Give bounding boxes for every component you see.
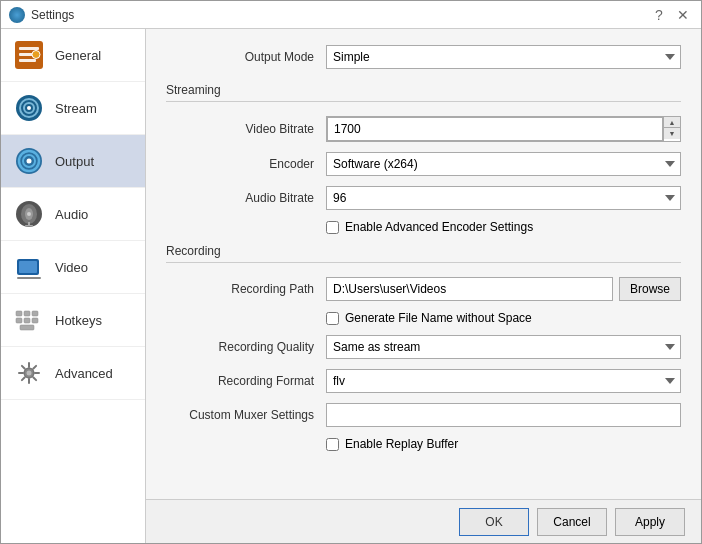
recording-format-row: Recording Format flv mp4 mov mkv ts m3u8	[166, 369, 681, 393]
sidebar-item-advanced[interactable]: Advanced	[1, 347, 145, 400]
titlebar: Settings ? ✕	[1, 1, 701, 29]
footer: OK Cancel Apply	[146, 499, 701, 543]
ok-button[interactable]: OK	[459, 508, 529, 536]
sidebar-item-general[interactable]: General	[1, 29, 145, 82]
video-bitrate-row: Video Bitrate 1700 ▲ ▼	[166, 116, 681, 142]
spinbox-up-btn[interactable]: ▲	[664, 117, 680, 128]
output-mode-control: Simple Advanced	[326, 45, 681, 69]
titlebar-left: Settings	[9, 7, 74, 23]
titlebar-controls: ? ✕	[649, 5, 693, 25]
sidebar-item-stream[interactable]: Stream	[1, 82, 145, 135]
close-button[interactable]: ✕	[673, 5, 693, 25]
svg-rect-1	[19, 47, 39, 50]
settings-content: Output Mode Simple Advanced Streaming	[146, 29, 701, 499]
recording-quality-label: Recording Quality	[166, 340, 326, 354]
sidebar-label-stream: Stream	[55, 101, 97, 116]
svg-rect-27	[32, 318, 38, 323]
output-mode-select[interactable]: Simple Advanced	[326, 45, 681, 69]
streaming-label: Streaming	[166, 83, 221, 97]
svg-rect-18	[25, 225, 33, 227]
advanced-encoder-row: Enable Advanced Encoder Settings	[166, 220, 681, 234]
content-area: General Stream	[1, 29, 701, 543]
custom-muxer-row: Custom Muxer Settings	[166, 403, 681, 427]
custom-muxer-control	[326, 403, 681, 427]
replay-buffer-label: Enable Replay Buffer	[345, 437, 458, 451]
audio-bitrate-row: Audio Bitrate 32 64 96 128 160 192 256 3…	[166, 186, 681, 210]
recording-path-control: D:\Users\user\Videos Browse	[326, 277, 681, 301]
generate-filename-checkbox[interactable]	[326, 312, 339, 325]
svg-rect-21	[17, 277, 41, 279]
spinbox-buttons: ▲ ▼	[663, 117, 680, 141]
recording-section: Recording	[166, 244, 681, 263]
audio-bitrate-label: Audio Bitrate	[166, 191, 326, 205]
generate-filename-label: Generate File Name without Space	[345, 311, 532, 325]
recording-quality-control: Same as stream High Quality, Medium File…	[326, 335, 681, 359]
encoder-row: Encoder Software (x264) Hardware (NVENC)…	[166, 152, 681, 176]
general-icon	[13, 39, 45, 71]
recording-quality-select[interactable]: Same as stream High Quality, Medium File…	[326, 335, 681, 359]
spinbox-down-btn[interactable]: ▼	[664, 128, 680, 139]
svg-point-3	[32, 51, 40, 59]
svg-rect-25	[16, 318, 22, 323]
video-bitrate-spinbox: 1700 ▲ ▼	[326, 116, 681, 142]
svg-rect-23	[24, 311, 30, 316]
custom-muxer-input[interactable]	[326, 403, 681, 427]
audio-bitrate-control: 32 64 96 128 160 192 256 320	[326, 186, 681, 210]
encoder-select[interactable]: Software (x264) Hardware (NVENC) Hardwar…	[326, 152, 681, 176]
main-area: Output Mode Simple Advanced Streaming	[146, 29, 701, 543]
hotkeys-icon	[13, 304, 45, 336]
recording-path-input[interactable]: D:\Users\user\Videos	[326, 277, 613, 301]
svg-point-16	[27, 212, 31, 216]
svg-rect-24	[32, 311, 38, 316]
advanced-encoder-label: Enable Advanced Encoder Settings	[345, 220, 533, 234]
svg-point-12	[27, 159, 32, 164]
recording-format-control: flv mp4 mov mkv ts m3u8	[326, 369, 681, 393]
sidebar-label-general: General	[55, 48, 101, 63]
svg-rect-20	[19, 261, 37, 273]
video-bitrate-label: Video Bitrate	[166, 122, 326, 136]
video-bitrate-control: 1700 ▲ ▼	[326, 116, 681, 142]
svg-rect-28	[20, 325, 34, 330]
advanced-encoder-checkbox[interactable]	[326, 221, 339, 234]
stream-icon	[13, 92, 45, 124]
recording-path-row: Recording Path D:\Users\user\Videos Brow…	[166, 277, 681, 301]
recording-format-label: Recording Format	[166, 374, 326, 388]
advanced-icon	[13, 357, 45, 389]
recording-label: Recording	[166, 244, 221, 258]
recording-path-label: Recording Path	[166, 282, 326, 296]
sidebar: General Stream	[1, 29, 146, 543]
settings-window: Settings ? ✕ General	[0, 0, 702, 544]
sidebar-label-advanced: Advanced	[55, 366, 113, 381]
sidebar-item-hotkeys[interactable]: Hotkeys	[1, 294, 145, 347]
svg-point-8	[27, 106, 31, 110]
streaming-section: Streaming	[166, 83, 681, 102]
sidebar-label-hotkeys: Hotkeys	[55, 313, 102, 328]
svg-rect-26	[24, 318, 30, 323]
sidebar-item-output[interactable]: Output	[1, 135, 145, 188]
replay-buffer-checkbox[interactable]	[326, 438, 339, 451]
generate-filename-row: Generate File Name without Space	[166, 311, 681, 325]
svg-rect-4	[19, 59, 36, 62]
sidebar-label-video: Video	[55, 260, 88, 275]
replay-buffer-row: Enable Replay Buffer	[166, 437, 681, 451]
sidebar-item-video[interactable]: Video	[1, 241, 145, 294]
video-icon	[13, 251, 45, 283]
browse-button[interactable]: Browse	[619, 277, 681, 301]
sidebar-label-output: Output	[55, 154, 94, 169]
recording-quality-row: Recording Quality Same as stream High Qu…	[166, 335, 681, 359]
audio-bitrate-select[interactable]: 32 64 96 128 160 192 256 320	[326, 186, 681, 210]
audio-icon	[13, 198, 45, 230]
video-bitrate-input[interactable]: 1700	[327, 117, 663, 141]
main-scroll[interactable]: Output Mode Simple Advanced Streaming	[146, 29, 701, 499]
encoder-label: Encoder	[166, 157, 326, 171]
svg-rect-2	[19, 53, 33, 56]
window-title: Settings	[31, 8, 74, 22]
cancel-button[interactable]: Cancel	[537, 508, 607, 536]
help-button[interactable]: ?	[649, 5, 669, 25]
apply-button[interactable]: Apply	[615, 508, 685, 536]
svg-rect-22	[16, 311, 22, 316]
recording-format-select[interactable]: flv mp4 mov mkv ts m3u8	[326, 369, 681, 393]
svg-point-30	[27, 371, 32, 376]
sidebar-item-audio[interactable]: Audio	[1, 188, 145, 241]
encoder-control: Software (x264) Hardware (NVENC) Hardwar…	[326, 152, 681, 176]
